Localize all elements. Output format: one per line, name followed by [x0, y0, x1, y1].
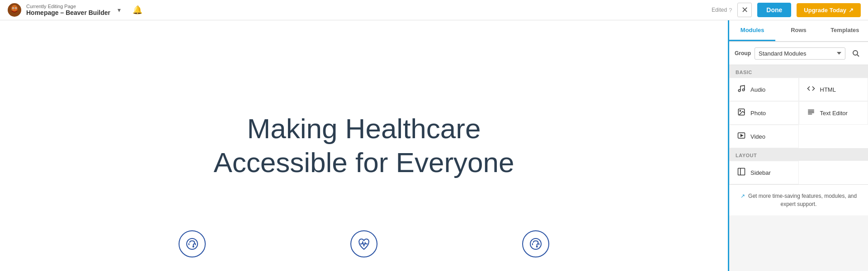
module-html[interactable]: HTML	[799, 78, 868, 101]
svg-point-9	[537, 246, 538, 247]
icon-heartbeat	[350, 230, 377, 257]
upsell-text: Get more time-saving features, modules, …	[748, 193, 857, 207]
tab-templates[interactable]: Templates	[822, 20, 868, 41]
svg-line-11	[857, 55, 859, 56]
svg-point-13	[742, 89, 745, 91]
main-area: Making Healthcare Accessible for Everyon…	[0, 20, 868, 271]
module-video[interactable]: Video	[729, 125, 799, 148]
html-icon	[807, 84, 816, 94]
modules-scroll: Basic Audio	[729, 65, 868, 271]
icons-row	[179, 230, 549, 257]
module-photo-label: Photo	[750, 110, 766, 117]
audio-icon	[737, 84, 746, 94]
upsell-section: ↗ Get more time-saving features, modules…	[729, 184, 868, 215]
module-audio[interactable]: Audio	[729, 78, 799, 101]
page-canvas: Making Healthcare Accessible for Everyon…	[0, 20, 728, 271]
group-select[interactable]: Standard Modules WordPress Widgets	[755, 47, 845, 60]
group-label: Group	[735, 50, 751, 56]
panel-toolbar: Group Standard Modules WordPress Widgets	[729, 42, 868, 65]
upsell-link-icon: ↗	[741, 193, 745, 199]
module-html-label: HTML	[820, 86, 836, 93]
page-title: Homepage – Beaver Builder	[26, 9, 110, 16]
svg-point-6	[187, 238, 198, 249]
section-label-layout: Layout	[729, 148, 868, 161]
close-button[interactable]: ✕	[737, 3, 752, 17]
section-label-basic: Basic	[729, 65, 868, 78]
notification-bell-icon[interactable]: 🔔	[132, 5, 142, 15]
svg-point-4	[13, 8, 14, 9]
module-audio-label: Audio	[750, 86, 765, 93]
search-button[interactable]	[849, 47, 863, 60]
page-chevron-icon[interactable]: ▾	[118, 6, 121, 14]
sidebar-icon	[737, 168, 746, 178]
topbar: Currently Editing Page Homepage – Beaver…	[0, 0, 868, 20]
tab-modules[interactable]: Modules	[729, 20, 775, 41]
page-info: Currently Editing Page Homepage – Beaver…	[26, 4, 110, 16]
upgrade-button[interactable]: Upgrade Today ↗	[797, 3, 861, 17]
module-sidebar[interactable]: Sidebar	[729, 161, 799, 184]
topbar-right: Edited ? ✕ Done Upgrade Today ↗	[712, 3, 861, 17]
done-button[interactable]: Done	[757, 3, 791, 17]
module-photo[interactable]: Photo	[729, 101, 799, 125]
hero-heading: Making Healthcare Accessible for Everyon…	[206, 112, 522, 179]
svg-rect-22	[738, 168, 745, 175]
svg-point-7	[193, 246, 194, 247]
text-editor-icon	[807, 108, 816, 118]
video-icon	[737, 131, 746, 141]
photo-icon	[737, 108, 746, 118]
panel-tabs: Modules Rows Templates	[729, 20, 868, 42]
edited-status: Edited ?	[712, 7, 732, 14]
layout-modules-grid: Sidebar	[729, 161, 868, 184]
icon-brain-2	[522, 230, 549, 257]
module-video-label: Video	[750, 133, 765, 140]
tab-rows[interactable]: Rows	[775, 20, 821, 41]
right-panel: Modules Rows Templates Group Standard Mo…	[728, 20, 868, 271]
icon-brain-1	[179, 230, 206, 257]
svg-point-10	[853, 51, 858, 55]
currently-editing-label: Currently Editing Page	[26, 4, 110, 9]
svg-point-12	[738, 89, 741, 92]
topbar-left: Currently Editing Page Homepage – Beaver…	[7, 3, 142, 17]
edited-label: Edited	[712, 7, 727, 13]
svg-marker-21	[741, 135, 743, 137]
upgrade-arrow-icon: ↗	[849, 7, 854, 14]
edited-help-icon[interactable]: ?	[729, 7, 732, 14]
module-text-editor-label: Text Editor	[820, 110, 848, 117]
svg-point-8	[530, 238, 541, 249]
module-sidebar-label: Sidebar	[750, 169, 771, 176]
module-text-editor[interactable]: Text Editor	[799, 101, 868, 125]
svg-point-5	[15, 8, 16, 9]
basic-modules-grid: Audio HTML	[729, 78, 868, 148]
logo-icon	[7, 3, 22, 17]
svg-point-15	[740, 110, 741, 111]
